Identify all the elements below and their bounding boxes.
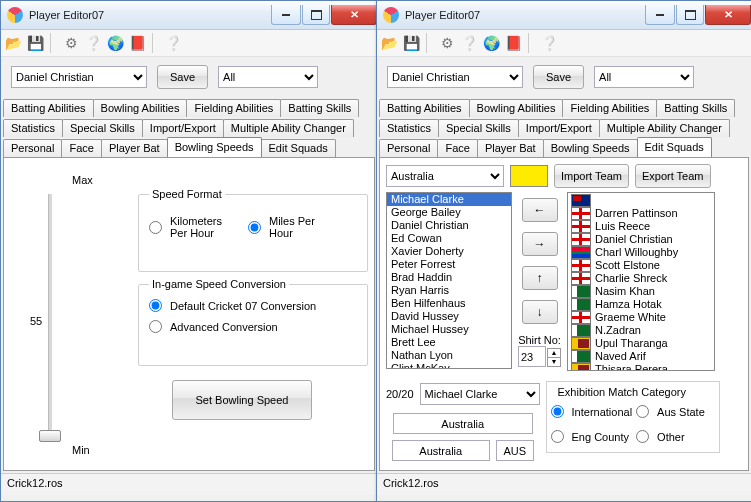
save-icon[interactable]: 💾 [403,35,419,51]
list-item[interactable]: Ryan Harris [387,284,511,297]
tab-fielding-abilities[interactable]: Fielding Abilities [562,99,657,117]
list-item[interactable]: Graeme White [569,311,713,324]
list-item[interactable] [569,194,713,207]
list-item[interactable]: Thisara Perera [569,363,713,371]
tab-import-export[interactable]: Import/Export [142,119,224,137]
move-right-button[interactable]: → [522,232,558,256]
titlebar[interactable]: Player Editor07 [377,1,751,30]
maximize-button[interactable] [302,5,330,25]
maximize-button[interactable] [676,5,704,25]
exit-icon[interactable]: 📕 [505,35,521,51]
tab-special-skills[interactable]: Special Skills [438,119,519,137]
list-item[interactable]: Brett Lee [387,336,511,349]
list-item[interactable]: Charl Willoughby [569,246,713,259]
move-up-button[interactable]: ↑ [522,266,558,290]
radio-international[interactable]: International [551,405,633,418]
settings-icon[interactable]: ⚙ [63,35,79,51]
tab-batting-abilities[interactable]: Batting Abilities [3,99,94,117]
list-item[interactable]: Naved Arif [569,350,713,363]
filter-select[interactable]: All [218,66,318,88]
tab-personal[interactable]: Personal [3,139,62,157]
tab-face[interactable]: Face [61,139,101,157]
list-item[interactable]: Darren Pattinson [569,207,713,220]
list-item[interactable]: Michael Clarke [387,193,511,206]
list-item[interactable]: Peter Forrest [387,258,511,271]
save-icon[interactable]: 💾 [27,35,43,51]
list-item[interactable]: Brad Haddin [387,271,511,284]
export-team-button[interactable]: Export Team [635,164,711,188]
squad-listbox[interactable]: Michael ClarkeGeorge BaileyDaniel Christ… [386,192,512,369]
tab-multi-ability[interactable]: Multiple Ability Changer [223,119,354,137]
tab-player-bat[interactable]: Player Bat [101,139,168,157]
slider-thumb[interactable] [39,430,61,442]
titlebar[interactable]: Player Editor07 [1,1,377,30]
minimize-button[interactable] [645,5,675,25]
list-item[interactable]: Charlie Shreck [569,272,713,285]
settings-icon[interactable]: ⚙ [439,35,455,51]
tab-edit-squads[interactable]: Edit Squads [261,139,336,157]
tab-face[interactable]: Face [437,139,477,157]
shirt-down[interactable]: ▼ [547,358,561,367]
radio-aus-state[interactable]: Aus State [636,405,714,418]
radio-kph[interactable]: Kilometers Per Hour [149,215,228,239]
radio-mph[interactable]: Miles Per Hour [248,215,317,239]
list-item[interactable]: Daniel Christian [569,233,713,246]
help-icon[interactable]: ❔ [461,35,477,51]
team-abbr-input[interactable] [496,440,534,461]
radio-adv-conv[interactable]: Advanced Conversion [149,320,357,333]
tab-edit-squads[interactable]: Edit Squads [637,137,712,157]
shirt-up[interactable]: ▲ [547,348,561,358]
player-select[interactable]: Daniel Christian [11,66,147,88]
team-name-input-2[interactable] [392,440,490,461]
team-name-input-1[interactable] [393,413,533,434]
list-item[interactable]: Ben Hilfenhaus [387,297,511,310]
player-pool-listbox[interactable]: Darren PattinsonLuis ReeceDaniel Christi… [567,192,715,371]
list-item[interactable]: Upul Tharanga [569,337,713,350]
player-select[interactable]: Daniel Christian [387,66,523,88]
list-item[interactable]: Luis Reece [569,220,713,233]
filter-select[interactable]: All [594,66,694,88]
tab-statistics[interactable]: Statistics [3,119,63,137]
tab-special-skills[interactable]: Special Skills [62,119,143,137]
help-icon[interactable]: ❔ [85,35,101,51]
tab-batting-skills[interactable]: Batting Skills [280,99,359,117]
list-item[interactable]: George Bailey [387,206,511,219]
list-item[interactable]: Nasim Khan [569,285,713,298]
list-item[interactable]: David Hussey [387,310,511,323]
list-item[interactable]: Xavier Doherty [387,245,511,258]
speed-slider[interactable]: Max 55 Min [32,170,92,460]
tab-batting-abilities[interactable]: Batting Abilities [379,99,470,117]
move-down-button[interactable]: ↓ [522,300,558,324]
open-icon[interactable]: 📂 [381,35,397,51]
save-button[interactable]: Save [157,65,208,89]
import-team-button[interactable]: Import Team [554,164,629,188]
tab-personal[interactable]: Personal [379,139,438,157]
set-bowling-speed-button[interactable]: Set Bowling Speed [172,380,312,420]
list-item[interactable]: Hamza Hotak [569,298,713,311]
about-icon[interactable]: ❔ [165,35,181,51]
tab-bowling-speeds[interactable]: Bowling Speeds [167,137,262,157]
team-color-swatch[interactable] [510,165,548,187]
globe-icon[interactable]: 🌍 [483,35,499,51]
tab-player-bat[interactable]: Player Bat [477,139,544,157]
tab-multi-ability[interactable]: Multiple Ability Changer [599,119,730,137]
tab-bowling-abilities[interactable]: Bowling Abilities [469,99,564,117]
list-item[interactable]: Ed Cowan [387,232,511,245]
list-item[interactable]: Scott Elstone [569,259,713,272]
globe-icon[interactable]: 🌍 [107,35,123,51]
list-item[interactable]: Daniel Christian [387,219,511,232]
shirt-no-input[interactable] [518,346,546,367]
minimize-button[interactable] [271,5,301,25]
tab-statistics[interactable]: Statistics [379,119,439,137]
close-button[interactable] [705,5,751,25]
list-item[interactable]: Nathan Lyon [387,349,511,362]
radio-default-conv[interactable]: Default Cricket 07 Conversion [149,299,357,312]
open-icon[interactable]: 📂 [5,35,21,51]
exit-icon[interactable]: 📕 [129,35,145,51]
about-icon[interactable]: ❔ [541,35,557,51]
list-item[interactable]: N.Zadran [569,324,713,337]
team-select[interactable]: Australia [386,165,504,187]
radio-other[interactable]: Other [636,430,714,443]
tab-batting-skills[interactable]: Batting Skills [656,99,735,117]
list-item[interactable]: Michael Hussey [387,323,511,336]
